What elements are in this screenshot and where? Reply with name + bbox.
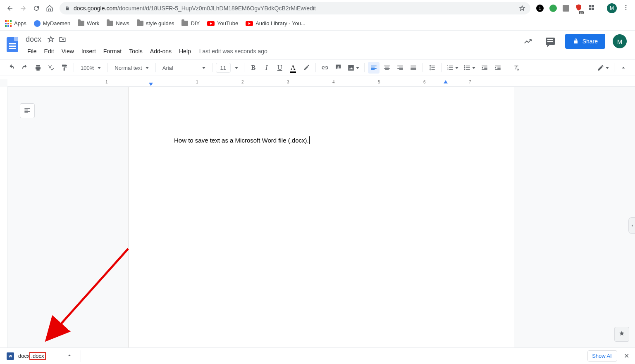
document-page[interactable]: How to save text as a Microsoft Word fil…: [129, 87, 514, 347]
separator: [507, 63, 507, 72]
menu-view[interactable]: View: [58, 46, 77, 56]
bookmark-label: News: [116, 20, 129, 26]
move-button[interactable]: [59, 36, 66, 43]
side-panel-toggle[interactable]: [628, 217, 635, 234]
paint-format-button[interactable]: [59, 62, 70, 74]
explore-button[interactable]: [614, 327, 629, 342]
caret-icon[interactable]: [235, 67, 238, 69]
bookmark-youtube[interactable]: YouTube: [207, 20, 238, 26]
download-options-button[interactable]: [67, 352, 72, 359]
clear-formatting-button[interactable]: [511, 62, 522, 74]
indent-increase-icon: [494, 64, 501, 71]
separator: [74, 63, 74, 72]
share-button[interactable]: Share: [565, 34, 605, 49]
extension-icon[interactable]: [563, 5, 569, 12]
bookmark-mydaemen[interactable]: MyDaemen: [34, 20, 70, 27]
vertical-ruler[interactable]: [0, 87, 7, 347]
lock-icon: [573, 38, 579, 45]
print-button[interactable]: [32, 62, 44, 74]
bookmark-news[interactable]: News: [107, 20, 129, 26]
zoom-select[interactable]: 100%: [77, 65, 104, 71]
menu-file[interactable]: File: [24, 46, 40, 56]
bookmark-label: DIY: [191, 20, 200, 26]
reload-icon: [33, 5, 40, 12]
title-area: docx File Edit View Insert Format Tools …: [24, 34, 267, 56]
font-select[interactable]: Arial: [159, 65, 209, 71]
ruler-number: 7: [469, 80, 471, 84]
indent-marker[interactable]: [149, 83, 153, 86]
close-download-bar-button[interactable]: ✕: [624, 352, 629, 360]
profile-avatar[interactable]: M: [607, 3, 617, 13]
account-avatar[interactable]: M: [613, 34, 627, 48]
document-title[interactable]: docx: [24, 34, 43, 45]
bookmark-work[interactable]: Work: [78, 20, 99, 26]
link-icon: [321, 64, 329, 71]
comments-button[interactable]: [543, 34, 558, 49]
activity-button[interactable]: [520, 34, 535, 49]
editing-mode-button[interactable]: [595, 62, 611, 74]
decrease-indent-button[interactable]: [479, 62, 490, 74]
extension-icon[interactable]: [549, 5, 557, 12]
page-scroll-area[interactable]: How to save text as a Microsoft Word fil…: [7, 87, 635, 347]
line-spacing-button[interactable]: [426, 62, 438, 74]
extension-badge[interactable]: 1: [536, 5, 544, 12]
numbered-list-button[interactable]: [445, 62, 460, 74]
menu-edit[interactable]: Edit: [41, 46, 57, 56]
add-comment-button[interactable]: [332, 62, 344, 74]
home-button[interactable]: [44, 2, 55, 14]
chrome-menu-icon[interactable]: [623, 4, 629, 12]
outline-toggle-button[interactable]: [20, 103, 35, 118]
back-button[interactable]: [4, 2, 16, 14]
arrow-right-icon: [19, 5, 27, 12]
apps-shortcut[interactable]: Apps: [5, 20, 26, 27]
bookmark-audio[interactable]: Audio Library - You...: [246, 20, 306, 26]
align-center-button[interactable]: [381, 62, 393, 74]
menu-tools[interactable]: Tools: [126, 46, 146, 56]
download-item[interactable]: W docx.docx: [6, 350, 75, 362]
align-right-button[interactable]: [394, 62, 406, 74]
align-left-button[interactable]: [368, 62, 380, 74]
bulleted-list-button[interactable]: [462, 62, 477, 74]
ruler-number: 2: [241, 80, 244, 84]
font-size-input[interactable]: 11: [216, 63, 231, 73]
underline-button[interactable]: U: [274, 62, 286, 74]
star-icon[interactable]: [519, 5, 525, 12]
forward-button[interactable]: [17, 2, 29, 14]
extension-shield-icon[interactable]: [575, 4, 582, 13]
ruler-number: 5: [378, 80, 380, 84]
docs-home-button[interactable]: [4, 34, 21, 55]
spellcheck-button[interactable]: [45, 62, 57, 74]
text-color-button[interactable]: A: [287, 62, 299, 74]
star-button[interactable]: [47, 36, 55, 43]
last-edit-link[interactable]: Last edit was seconds ago: [199, 48, 267, 55]
hide-menus-button[interactable]: [618, 62, 629, 74]
paragraph-style-select[interactable]: Normal text: [111, 65, 152, 71]
bookmark-label: Audio Library - You...: [255, 20, 306, 26]
text-color-icon: A: [291, 64, 296, 71]
show-all-downloads-button[interactable]: Show All: [587, 350, 617, 362]
horizontal-ruler[interactable]: 1 1 2 3 4 5 6 7: [7, 79, 635, 87]
reload-button[interactable]: [31, 2, 42, 14]
redo-button[interactable]: [19, 62, 31, 74]
indent-marker[interactable]: [444, 80, 448, 83]
menu-format[interactable]: Format: [100, 46, 125, 56]
italic-button[interactable]: I: [261, 62, 272, 74]
align-justify-button[interactable]: [408, 62, 419, 74]
menu-insert[interactable]: Insert: [78, 46, 99, 56]
ruler-number: 6: [423, 80, 426, 84]
increase-indent-button[interactable]: [492, 62, 504, 74]
menu-addons[interactable]: Add-ons: [147, 46, 175, 56]
undo-button[interactable]: [6, 62, 17, 74]
document-text[interactable]: How to save text as a Microsoft Word fil…: [174, 137, 310, 144]
menu-help[interactable]: Help: [176, 46, 194, 56]
bookmark-diy[interactable]: DIY: [181, 20, 200, 26]
address-bar[interactable]: docs.google.com/document/d/18USFR-5_HupV…: [60, 2, 530, 14]
bold-button[interactable]: B: [248, 62, 259, 74]
insert-image-button[interactable]: [346, 62, 361, 74]
highlight-button[interactable]: [301, 62, 312, 74]
bookmark-style[interactable]: style guides: [137, 20, 174, 26]
insert-link-button[interactable]: [319, 62, 331, 74]
extension-grid-icon[interactable]: [588, 4, 595, 12]
toolbar: 100% Normal text Arial 11 B I U A: [0, 59, 635, 76]
paint-roller-icon: [61, 64, 68, 71]
